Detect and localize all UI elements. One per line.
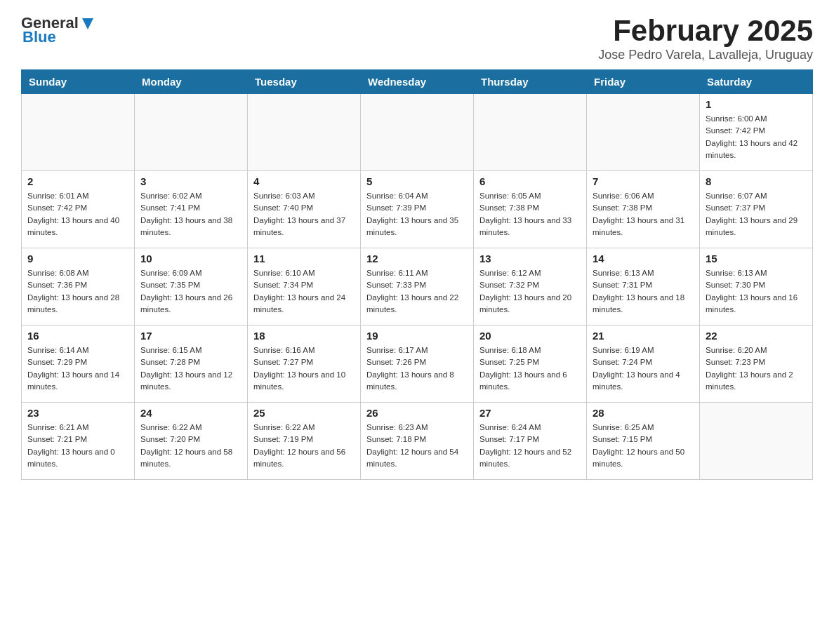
day-number: 4 [253, 175, 355, 187]
day-info: Sunrise: 6:04 AMSunset: 7:39 PMDaylight:… [366, 190, 468, 239]
day-number: 11 [253, 253, 355, 264]
table-row: 12Sunrise: 6:11 AMSunset: 7:33 PMDayligh… [361, 248, 474, 326]
day-info: Sunrise: 6:13 AMSunset: 7:30 PMDaylight:… [706, 267, 807, 316]
calendar-week-row: 16Sunrise: 6:14 AMSunset: 7:29 PMDayligh… [22, 326, 813, 403]
day-number: 10 [140, 253, 241, 264]
header-saturday: Saturday [700, 70, 813, 94]
table-row: 27Sunrise: 6:24 AMSunset: 7:17 PMDayligh… [474, 403, 587, 480]
day-number: 13 [479, 253, 581, 264]
title-section: February 2025 Jose Pedro Varela, Lavalle… [598, 14, 813, 62]
table-row: 14Sunrise: 6:13 AMSunset: 7:31 PMDayligh… [587, 248, 700, 326]
calendar-week-row: 23Sunrise: 6:21 AMSunset: 7:21 PMDayligh… [22, 403, 813, 480]
day-number: 12 [366, 253, 468, 264]
day-info: Sunrise: 6:22 AMSunset: 7:20 PMDaylight:… [140, 422, 241, 470]
header-tuesday: Tuesday [248, 70, 361, 94]
day-info: Sunrise: 6:24 AMSunset: 7:17 PMDaylight:… [479, 422, 581, 470]
day-number: 26 [366, 407, 468, 419]
day-info: Sunrise: 6:08 AMSunset: 7:36 PMDaylight:… [27, 267, 128, 316]
table-row: 23Sunrise: 6:21 AMSunset: 7:21 PMDayligh… [22, 403, 135, 480]
day-info: Sunrise: 6:21 AMSunset: 7:21 PMDaylight:… [27, 422, 128, 470]
day-number: 25 [253, 407, 355, 419]
table-row: 8Sunrise: 6:07 AMSunset: 7:37 PMDaylight… [700, 171, 813, 248]
table-row [22, 94, 135, 171]
calendar-week-row: 2Sunrise: 6:01 AMSunset: 7:42 PMDaylight… [22, 171, 813, 248]
day-info: Sunrise: 6:09 AMSunset: 7:35 PMDaylight:… [140, 267, 241, 316]
calendar-table: Sunday Monday Tuesday Wednesday Thursday… [21, 69, 813, 480]
day-number: 5 [366, 175, 468, 187]
day-info: Sunrise: 6:14 AMSunset: 7:29 PMDaylight:… [27, 344, 128, 393]
day-number: 28 [593, 407, 694, 419]
day-info: Sunrise: 6:17 AMSunset: 7:26 PMDaylight:… [366, 344, 468, 393]
day-number: 16 [27, 330, 128, 342]
day-info: Sunrise: 6:25 AMSunset: 7:15 PMDaylight:… [593, 422, 694, 470]
table-row: 20Sunrise: 6:18 AMSunset: 7:25 PMDayligh… [474, 326, 587, 403]
table-row: 25Sunrise: 6:22 AMSunset: 7:19 PMDayligh… [248, 403, 361, 480]
day-number: 19 [366, 330, 468, 342]
day-number: 24 [140, 407, 241, 419]
header-sunday: Sunday [22, 70, 135, 94]
day-info: Sunrise: 6:22 AMSunset: 7:19 PMDaylight:… [253, 422, 355, 470]
day-number: 17 [140, 330, 241, 342]
table-row: 26Sunrise: 6:23 AMSunset: 7:18 PMDayligh… [361, 403, 474, 480]
day-info: Sunrise: 6:19 AMSunset: 7:24 PMDaylight:… [593, 344, 694, 393]
day-number: 21 [593, 330, 694, 342]
table-row: 9Sunrise: 6:08 AMSunset: 7:36 PMDaylight… [22, 248, 135, 326]
header-monday: Monday [135, 70, 248, 94]
day-info: Sunrise: 6:13 AMSunset: 7:31 PMDaylight:… [593, 267, 694, 316]
day-info: Sunrise: 6:01 AMSunset: 7:42 PMDaylight:… [27, 190, 128, 239]
table-row: 22Sunrise: 6:20 AMSunset: 7:23 PMDayligh… [700, 326, 813, 403]
day-number: 9 [27, 253, 128, 264]
table-row: 7Sunrise: 6:06 AMSunset: 7:38 PMDaylight… [587, 171, 700, 248]
table-row: 16Sunrise: 6:14 AMSunset: 7:29 PMDayligh… [22, 326, 135, 403]
table-row: 3Sunrise: 6:02 AMSunset: 7:41 PMDaylight… [135, 171, 248, 248]
logo: General Blue [21, 14, 95, 46]
table-row: 11Sunrise: 6:10 AMSunset: 7:34 PMDayligh… [248, 248, 361, 326]
svg-marker-0 [82, 18, 93, 29]
day-info: Sunrise: 6:05 AMSunset: 7:38 PMDaylight:… [479, 190, 581, 239]
day-info: Sunrise: 6:06 AMSunset: 7:38 PMDaylight:… [593, 190, 694, 239]
table-row: 4Sunrise: 6:03 AMSunset: 7:40 PMDaylight… [248, 171, 361, 248]
day-info: Sunrise: 6:20 AMSunset: 7:23 PMDaylight:… [706, 344, 807, 393]
calendar-header-row: Sunday Monday Tuesday Wednesday Thursday… [22, 70, 813, 94]
calendar-week-row: 1Sunrise: 6:00 AMSunset: 7:42 PMDaylight… [22, 94, 813, 171]
day-info: Sunrise: 6:10 AMSunset: 7:34 PMDaylight:… [253, 267, 355, 316]
day-number: 14 [593, 253, 694, 264]
day-info: Sunrise: 6:16 AMSunset: 7:27 PMDaylight:… [253, 344, 355, 393]
day-info: Sunrise: 6:03 AMSunset: 7:40 PMDaylight:… [253, 190, 355, 239]
calendar-title: February 2025 [598, 14, 813, 48]
day-info: Sunrise: 6:12 AMSunset: 7:32 PMDaylight:… [479, 267, 581, 316]
page-header: General Blue February 2025 Jose Pedro Va… [21, 14, 813, 62]
table-row: 13Sunrise: 6:12 AMSunset: 7:32 PMDayligh… [474, 248, 587, 326]
day-number: 20 [479, 330, 581, 342]
day-number: 2 [27, 175, 128, 187]
day-number: 3 [140, 175, 241, 187]
calendar-subtitle: Jose Pedro Varela, Lavalleja, Uruguay [598, 48, 813, 62]
table-row [361, 94, 474, 171]
table-row [474, 94, 587, 171]
day-number: 1 [706, 98, 807, 110]
table-row [587, 94, 700, 171]
table-row: 17Sunrise: 6:15 AMSunset: 7:28 PMDayligh… [135, 326, 248, 403]
day-info: Sunrise: 6:11 AMSunset: 7:33 PMDaylight:… [366, 267, 468, 316]
table-row: 5Sunrise: 6:04 AMSunset: 7:39 PMDaylight… [361, 171, 474, 248]
day-number: 23 [27, 407, 128, 419]
calendar-week-row: 9Sunrise: 6:08 AMSunset: 7:36 PMDaylight… [22, 248, 813, 326]
table-row: 1Sunrise: 6:00 AMSunset: 7:42 PMDaylight… [700, 94, 813, 171]
day-info: Sunrise: 6:15 AMSunset: 7:28 PMDaylight:… [140, 344, 241, 393]
header-thursday: Thursday [474, 70, 587, 94]
table-row: 2Sunrise: 6:01 AMSunset: 7:42 PMDaylight… [22, 171, 135, 248]
day-info: Sunrise: 6:23 AMSunset: 7:18 PMDaylight:… [366, 422, 468, 470]
day-info: Sunrise: 6:02 AMSunset: 7:41 PMDaylight:… [140, 190, 241, 239]
day-info: Sunrise: 6:07 AMSunset: 7:37 PMDaylight:… [706, 190, 807, 239]
table-row: 21Sunrise: 6:19 AMSunset: 7:24 PMDayligh… [587, 326, 700, 403]
table-row [700, 403, 813, 480]
day-number: 15 [706, 253, 807, 264]
logo-blue: Blue [22, 28, 56, 46]
day-info: Sunrise: 6:18 AMSunset: 7:25 PMDaylight:… [479, 344, 581, 393]
table-row: 18Sunrise: 6:16 AMSunset: 7:27 PMDayligh… [248, 326, 361, 403]
table-row: 24Sunrise: 6:22 AMSunset: 7:20 PMDayligh… [135, 403, 248, 480]
day-number: 18 [253, 330, 355, 342]
day-number: 27 [479, 407, 581, 419]
day-number: 8 [706, 175, 807, 187]
table-row [248, 94, 361, 171]
